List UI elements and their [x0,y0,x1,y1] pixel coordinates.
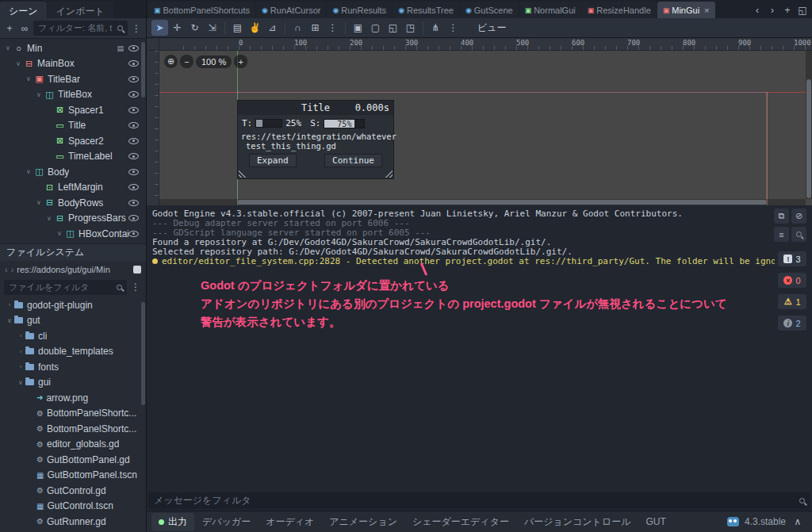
scene-node-HBoxContainer[interactable]: ∨◫HBoxContainer [0,226,146,242]
visibility-eye-icon[interactable] [128,91,139,98]
chevron-down-icon[interactable]: ∨ [55,230,64,237]
file-gut[interactable]: ∨gut [0,313,146,329]
visibility-eye-icon[interactable] [128,215,139,221]
rotate-tool[interactable]: ↻ [186,20,203,36]
scene-tab-ResultsTree[interactable]: ◉ResultsTree [393,2,459,18]
distraction-free-icon[interactable]: ◱ [796,3,809,17]
bottom-panel-debugger[interactable]: デバッガー [195,513,258,531]
file-fonts[interactable]: ›fonts [0,359,146,375]
bottom-panel-shader-editor[interactable]: シェーダーエディター [405,513,516,531]
horizontal-scrollbar[interactable] [159,199,806,205]
visibility-eye-icon[interactable] [128,231,139,237]
hscroll-handle[interactable] [237,200,767,205]
scene-node-BodyRows[interactable]: ∨⊟BodyRows [0,195,146,211]
scene-tab-GutScene[interactable]: ◉GutScene [460,2,519,18]
file-GutBottomPanel.tscn[interactable]: ▦GutBottomPanel.tscn [0,468,146,484]
scene-tab-MinGui[interactable]: ▣MinGui× [657,2,715,18]
chevron-down-icon[interactable]: ∨ [5,317,14,324]
ungroup-icon[interactable]: ◳ [402,20,419,36]
visibility-eye-icon[interactable] [128,60,139,67]
search-icon[interactable] [791,227,806,242]
file-GutControl.gd[interactable]: ⚙GutControl.gd [0,483,146,499]
scene-node-LeftMargin[interactable]: ⊡LeftMargin [0,180,146,196]
skeleton-icon[interactable]: ⋔ [427,20,444,36]
filter-messages-toggle[interactable]: !3 [778,251,806,266]
back-icon[interactable]: ‹ [5,265,8,274]
bottom-panel-output[interactable]: 出力 [151,513,194,531]
continue-button[interactable]: Continue [324,154,382,167]
file-GutRunner.gd[interactable]: ⚙GutRunner.gd [0,514,146,530]
file-arrow.png[interactable]: ➜arrow.png [0,390,146,406]
visibility-eye-icon[interactable] [128,45,139,52]
chevron-down-icon[interactable]: ∨ [24,75,33,82]
current-path[interactable]: res://addons/gut/gui/Min [17,265,130,274]
visibility-eye-icon[interactable] [128,76,139,82]
filesystem-scrollbar[interactable] [141,302,145,405]
copy-icon[interactable]: ⧉ [774,209,789,224]
pan-tool[interactable]: ✌ [247,20,263,36]
bottom-panel-gut[interactable]: GUT [638,514,672,530]
unlock-icon[interactable]: ▢ [367,20,384,36]
filter-errors-toggle[interactable]: ×0 [778,273,806,288]
file-godot-git-plugin[interactable]: ›godot-git-plugin [0,297,146,313]
file-filter-input[interactable]: ファイルをフィルタ [4,280,127,295]
add-node-button[interactable]: + [3,21,16,36]
scene-tab-RunAtCursor[interactable]: ◉RunAtCursor [256,2,326,18]
scene-tree-scrollbar[interactable] [141,42,145,98]
chevron-right-icon[interactable]: › [16,363,25,370]
bottom-panel-version-control[interactable]: バージョンコントロール [517,513,638,531]
lock-icon[interactable]: ▣ [350,20,366,36]
scene-node-TitleBox[interactable]: ∨◫TitleBox [0,87,146,103]
visibility-eye-icon[interactable] [128,200,139,206]
expand-button[interactable]: Expand [249,154,297,167]
chevron-down-icon[interactable]: ∨ [16,379,25,386]
add-scene-icon[interactable]: + [781,3,794,17]
bottom-panel-animation[interactable]: アニメーション [322,513,404,531]
scene-node-ProgressBars[interactable]: ∨⊟ProgressBars [0,211,146,227]
skeleton-options-icon[interactable]: ⋮ [445,20,462,36]
scene-node-Min[interactable]: ∨○Min▤ [0,40,146,56]
tab-scroll-right-icon[interactable]: › [766,3,779,17]
resize-grip-right[interactable] [384,169,393,178]
center-view-icon[interactable]: ⊕ [164,55,178,68]
scene-tab-RunResults[interactable]: ◉RunResults [327,2,392,18]
chevron-right-icon[interactable]: › [5,301,14,308]
tab-scroll-left-icon[interactable]: ‹ [751,3,764,17]
visibility-eye-icon[interactable] [128,153,139,159]
scene-node-Spacer1[interactable]: ⊠Spacer1 [0,102,146,118]
ruler-tool[interactable]: ⊿ [264,20,281,36]
chevron-down-icon[interactable]: ∨ [13,60,23,67]
chevron-down-icon[interactable]: ∨ [34,199,44,206]
visibility-eye-icon[interactable] [128,122,139,128]
zoom-level[interactable]: 100 % [196,55,232,68]
grid-snap-icon[interactable]: ⊞ [307,20,324,36]
zoom-in-button[interactable]: + [234,55,247,68]
scene-tab-ResizeHandle[interactable]: ▣ResizeHandle [582,2,657,18]
vscroll-handle[interactable] [806,79,811,198]
zoom-out-button[interactable]: − [180,55,193,68]
clear-icon[interactable]: ⊘ [791,209,806,224]
scene-node-TitleBar[interactable]: ∨▣TitleBar [0,71,146,87]
visibility-eye-icon[interactable] [128,169,139,175]
instance-scene-button[interactable]: ∞ [18,21,31,36]
scene-tab-NormalGui[interactable]: ▣NormalGui [519,2,581,18]
scene-node-Title[interactable]: ▭Title [0,118,146,134]
scale-tool[interactable]: ⇲ [204,20,220,36]
scene-node-TimeLabel[interactable]: ▭TimeLabel [0,149,146,165]
chevron-down-icon[interactable]: ∨ [24,168,33,175]
scene-tab-BottomPanelShortcuts[interactable]: ▣BottomPanelShortcuts [148,2,255,18]
scene-node-MainBox[interactable]: ∨⊟MainBox [0,56,146,72]
move-tool[interactable]: ✛ [169,20,186,36]
filter-warnings-toggle[interactable]: ⚠1 [778,294,806,309]
file-GutBottomPanel.gd[interactable]: ⚙GutBottomPanel.gd [0,452,146,468]
dock-tab-scene[interactable]: シーン [0,2,47,18]
collapse-duplicates-icon[interactable]: ≡ [774,227,789,242]
smart-snap-icon[interactable]: ∩ [289,20,306,36]
select-tool[interactable]: ➤ [151,20,168,36]
file-GutControl.tscn[interactable]: ▦GutControl.tscn [0,499,146,515]
visibility-eye-icon[interactable] [128,107,139,113]
file-cli[interactable]: ›cli [0,328,146,344]
chevron-down-icon[interactable]: ∨ [34,91,44,98]
filter-info-toggle[interactable]: i2 [778,316,806,331]
favorite-icon[interactable] [133,266,141,274]
